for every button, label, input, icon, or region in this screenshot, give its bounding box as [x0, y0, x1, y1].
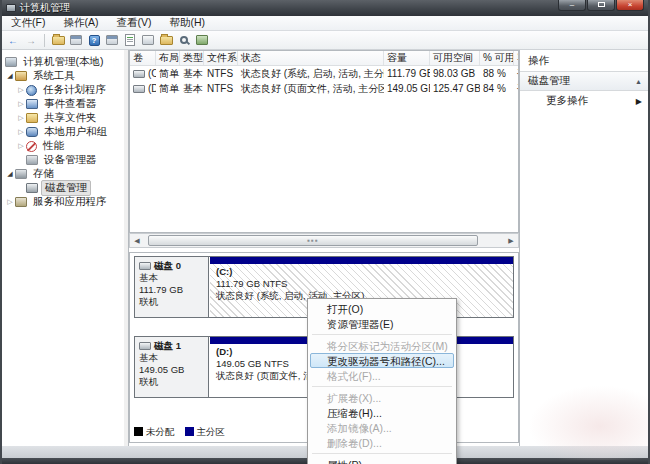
menu-item-extend-volume: 扩展卷(X)... — [310, 390, 454, 405]
title-bar[interactable]: 计算机管理 – × — [2, 0, 648, 16]
primary-partition-stripe — [210, 257, 513, 264]
tree-item-shared-folders[interactable]: ▷ 共享文件夹 — [2, 111, 124, 125]
maximize-button[interactable] — [587, 0, 615, 11]
back-icon[interactable]: ← — [6, 34, 20, 47]
tree-item-task-scheduler[interactable]: ▷ 任务计划程序 — [2, 83, 124, 97]
computer-management-window: 计算机管理 – × 文件(F) 操作(A) 查看(V) 帮助(H) ← → ? — [0, 0, 650, 464]
column-free-space[interactable]: 可用空间 — [430, 51, 480, 65]
horizontal-scrollbar[interactable]: ◀ ▪▪▪ ▶ — [129, 233, 519, 248]
volume-list-header: 卷 布局 类型 文件系统 状态 容量 可用空间 % 可用 容错 — [130, 51, 518, 66]
tree-item-services-apps[interactable]: ▷ 服务和应用程序 — [2, 195, 124, 209]
help-icon[interactable]: ? — [87, 34, 101, 47]
menu-file[interactable]: 文件(F) — [2, 16, 54, 30]
menu-item-mark-active: 将分区标记为活动分区(M) — [310, 338, 454, 353]
volume-icon — [133, 85, 145, 93]
tree-item-computer-management[interactable]: 计算机管理(本地) — [2, 55, 124, 69]
submenu-arrow-icon: ▶ — [636, 97, 642, 106]
disk-icon — [139, 262, 151, 270]
collapsed-icon[interactable]: ▷ — [16, 86, 26, 94]
disk-1-status: 联机 — [139, 376, 204, 388]
tree-item-performance[interactable]: ▷ 性能 — [2, 139, 124, 153]
disk-1-size: 149.05 GB — [139, 364, 204, 376]
column-status[interactable]: 状态 — [238, 51, 384, 65]
search-icon[interactable] — [177, 34, 191, 47]
console-window-icon[interactable] — [69, 34, 83, 47]
disk-1-label[interactable]: 磁盘 1 基本 149.05 GB 联机 — [135, 337, 209, 397]
collapsed-icon[interactable]: ▷ — [16, 114, 26, 122]
console-window-icon-2[interactable] — [105, 34, 119, 47]
menu-item-open[interactable]: 打开(O) — [310, 301, 454, 316]
column-filesystem[interactable]: 文件系统 — [204, 51, 238, 65]
disk-icon — [139, 342, 151, 350]
app-icon — [6, 4, 16, 12]
menu-separator — [312, 386, 452, 387]
forward-icon[interactable]: → — [24, 34, 38, 47]
maximize-icon — [598, 2, 605, 7]
more-actions-item[interactable]: 更多操作 ▶ — [520, 91, 650, 111]
disk-1-type: 基本 — [139, 352, 204, 364]
performance-icon — [26, 141, 37, 152]
scroll-left-icon[interactable]: ◀ — [130, 234, 144, 247]
collapse-icon[interactable]: ▲ — [635, 78, 642, 85]
window-title: 计算机管理 — [20, 1, 70, 15]
expanded-icon[interactable]: ◢ — [5, 170, 15, 178]
column-layout[interactable]: 布局 — [156, 51, 180, 65]
scroll-right-icon[interactable]: ▶ — [504, 234, 518, 247]
collapsed-icon[interactable]: ▷ — [16, 100, 26, 108]
volume-row-c[interactable]: (C:) 简单 基本 NTFS 状态良好 (系统, 启动, 活动, 主分区) 1… — [130, 66, 518, 81]
collapsed-icon[interactable]: ▷ — [16, 142, 26, 150]
tree-item-storage[interactable]: ◢ 存储 — [2, 167, 124, 181]
expanded-icon[interactable]: ◢ — [5, 72, 15, 80]
properties-icon[interactable] — [141, 34, 155, 47]
collapsed-icon[interactable]: ▷ — [16, 128, 26, 136]
tree-item-event-viewer[interactable]: ▷ 事件查看器 — [2, 97, 124, 111]
primary-swatch — [185, 427, 194, 436]
task-scheduler-icon — [26, 85, 37, 96]
actions-section-disk-management[interactable]: 磁盘管理 ▲ — [520, 72, 650, 91]
device-manager-icon — [26, 155, 38, 165]
disk-0-type: 基本 — [139, 272, 204, 284]
collapsed-icon[interactable]: ▷ — [5, 198, 15, 206]
volume-list: 卷 布局 类型 文件系统 状态 容量 可用空间 % 可用 容错 (C:) 简单 … — [129, 50, 519, 233]
menu-separator — [312, 453, 452, 454]
column-percent-free[interactable]: % 可用 — [480, 51, 514, 65]
console-tree: 计算机管理(本地) ◢ 系统工具 ▷ 任务计划程序 ▷ 事件查看器 ▷ 共享文件… — [2, 50, 124, 446]
refresh-doc-icon[interactable] — [123, 34, 137, 47]
menu-item-add-mirror: 添加镜像(A)... — [310, 420, 454, 435]
tree-item-device-manager[interactable]: 设备管理器 — [2, 153, 124, 167]
menu-item-format: 格式化(F)... — [310, 368, 454, 383]
menu-item-shrink-volume[interactable]: 压缩卷(H)... — [310, 405, 454, 420]
menu-item-delete-volume: 删除卷(D)... — [310, 435, 454, 450]
toolbar: ← → ? — [2, 31, 648, 50]
volume-row-d[interactable]: (D:) 简单 基本 NTFS 状态良好 (页面文件, 活动, 主分区) 149… — [130, 81, 518, 96]
menu-item-change-drive-letter[interactable]: 更改驱动器号和路径(C)... — [310, 353, 454, 368]
legend-unallocated: 未分配 — [134, 426, 175, 439]
partition-context-menu: 打开(O) 资源管理器(E) 将分区标记为活动分区(M) 更改驱动器号和路径(C… — [307, 298, 457, 464]
legend: 未分配 主分区 — [134, 426, 225, 439]
storage-icon — [15, 169, 27, 179]
disk-0-label[interactable]: 磁盘 0 基本 111.79 GB 联机 — [135, 257, 209, 317]
partition-c-label: (C:) — [216, 266, 507, 278]
up-folder-icon[interactable] — [51, 34, 65, 47]
tree-item-disk-management[interactable]: 磁盘管理 — [2, 181, 124, 195]
column-type[interactable]: 类型 — [180, 51, 204, 65]
open-folder-icon[interactable] — [159, 34, 173, 47]
system-tools-icon — [15, 71, 27, 81]
partition-c-size: 111.79 GB NTFS — [216, 278, 507, 290]
close-button[interactable]: × — [616, 0, 644, 11]
legend-primary: 主分区 — [185, 426, 226, 439]
tree-item-system-tools[interactable]: ◢ 系统工具 — [2, 69, 124, 83]
minimize-button[interactable]: – — [558, 0, 586, 11]
menu-help[interactable]: 帮助(H) — [160, 16, 214, 30]
menu-action[interactable]: 操作(A) — [54, 16, 107, 30]
menu-item-properties[interactable]: 属性(P) — [310, 457, 454, 464]
menu-item-explorer[interactable]: 资源管理器(E) — [310, 316, 454, 331]
column-capacity[interactable]: 容量 — [384, 51, 430, 65]
column-volume[interactable]: 卷 — [130, 51, 156, 65]
snap-in-icon[interactable] — [195, 34, 209, 47]
computer-icon — [5, 57, 17, 67]
tree-item-local-users[interactable]: ▷ 本地用户和组 — [2, 125, 124, 139]
menu-view[interactable]: 查看(V) — [107, 16, 160, 30]
scrollbar-thumb[interactable]: ▪▪▪ — [148, 235, 478, 246]
volume-icon — [133, 70, 145, 78]
